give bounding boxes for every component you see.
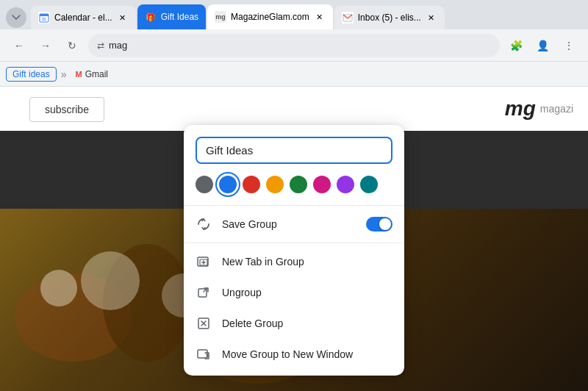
reload-button[interactable]: ↻: [62, 35, 82, 56]
toolbar: ← → ↻ ⇄ mag 🧩 👤 ⋮: [0, 29, 588, 62]
delete-group-icon: [196, 315, 212, 331]
address-text: mag: [109, 40, 127, 51]
save-group-toggle[interactable]: [366, 217, 392, 232]
gmail-bookmark-label: Gmail: [85, 69, 108, 79]
magazine-favicon: mg: [215, 11, 226, 23]
logo-subtext: magazi: [540, 103, 573, 115]
ungroup-item[interactable]: Ungroup: [184, 277, 404, 308]
tab-inbox[interactable]: Inbox (5) - elis... ✕: [334, 6, 445, 29]
website-header: subscribe mg magazi: [0, 87, 588, 131]
gift-ideas-bookmark-label: Gift ideas: [12, 69, 50, 79]
gmail-favicon: M: [76, 70, 82, 79]
group-name-section: [184, 137, 404, 173]
color-grey[interactable]: [196, 176, 213, 193]
tab-collapse-button[interactable]: [6, 7, 26, 28]
ungroup-label: Ungroup: [222, 287, 392, 298]
gmail-bookmark[interactable]: M Gmail: [71, 68, 113, 81]
forward-button[interactable]: →: [35, 35, 56, 56]
tab-calendar[interactable]: 31 Calendar - el... ✕: [31, 6, 136, 29]
move-group-label: Move Group to New Window: [222, 348, 392, 360]
new-tab-label: New Tab in Group: [222, 256, 392, 268]
new-tab-in-group-item[interactable]: New Tab in Group: [184, 246, 404, 277]
calendar-tab-label: Calendar - el...: [54, 12, 112, 23]
inbox-favicon: [342, 12, 354, 24]
svg-text:31: 31: [42, 17, 46, 21]
address-bar[interactable]: ⇄ mag: [88, 34, 500, 57]
profile-button[interactable]: 👤: [532, 35, 553, 56]
gift-ideas-bookmark[interactable]: Gift ideas: [6, 67, 57, 82]
inbox-tab-label: Inbox (5) - elis...: [358, 12, 421, 23]
color-picker-row: [184, 173, 404, 202]
inbox-tab-close[interactable]: ✕: [426, 12, 437, 24]
svg-rect-10: [198, 257, 208, 266]
browser-window: 31 Calendar - el... ✕ 🎁 Gift Ideas mg Ma…: [0, 0, 588, 391]
logo-text: mg: [505, 97, 536, 121]
save-group-icon: [196, 216, 212, 232]
color-red[interactable]: [243, 176, 260, 193]
subscribe-button[interactable]: subscribe: [29, 97, 104, 122]
color-pink[interactable]: [313, 176, 331, 193]
magazine-tab-close[interactable]: ✕: [314, 11, 326, 23]
color-teal[interactable]: [360, 176, 378, 193]
color-green[interactable]: [290, 176, 307, 193]
svg-point-9: [40, 270, 77, 306]
site-logo: mg magazi: [505, 97, 573, 121]
calendar-tab-close[interactable]: ✕: [117, 12, 129, 24]
color-blue[interactable]: [219, 176, 237, 193]
move-group-icon: [196, 346, 212, 362]
menu-divider-1: [184, 243, 404, 243]
bookmark-separator: »: [61, 68, 67, 80]
extensions-button[interactable]: 🧩: [506, 35, 526, 56]
subscribe-label: subscribe: [45, 104, 89, 115]
magazine-tab-label: MagazineGlam.com: [231, 12, 309, 22]
tab-group-dropdown: Save Group New Tab in Group: [184, 125, 404, 376]
gift-ideas-favicon: 🎁: [145, 11, 157, 23]
ungroup-icon: [196, 284, 212, 301]
calendar-favicon: 31: [38, 12, 50, 24]
tab-magazine[interactable]: mg MagazineGlam.com ✕: [207, 4, 333, 29]
svg-rect-18: [198, 350, 207, 358]
new-tab-icon: [196, 254, 212, 270]
bookmarks-bar: Gift ideas » M Gmail: [0, 62, 588, 87]
toggle-knob: [379, 218, 391, 230]
group-name-input[interactable]: [196, 137, 392, 164]
menu-divider-top: [184, 205, 404, 206]
delete-group-item[interactable]: Delete Group: [184, 308, 404, 339]
save-group-item[interactable]: Save Group: [184, 209, 404, 240]
page-content: subscribe mg magazi: [0, 87, 588, 391]
delete-group-label: Delete Group: [222, 318, 392, 329]
menu-button[interactable]: ⋮: [559, 35, 579, 56]
move-group-item[interactable]: Move Group to New Window: [184, 339, 404, 370]
color-orange[interactable]: [266, 176, 284, 193]
color-purple[interactable]: [337, 176, 354, 193]
tab-bar: 31 Calendar - el... ✕ 🎁 Gift Ideas mg Ma…: [0, 0, 588, 29]
save-group-label: Save Group: [222, 218, 356, 230]
gift-ideas-tab-label: Gift Ideas: [161, 12, 198, 22]
svg-point-7: [81, 251, 140, 310]
back-button[interactable]: ←: [9, 35, 29, 56]
tab-gift-ideas[interactable]: 🎁 Gift Ideas: [137, 4, 206, 29]
svg-rect-1: [40, 14, 49, 16]
